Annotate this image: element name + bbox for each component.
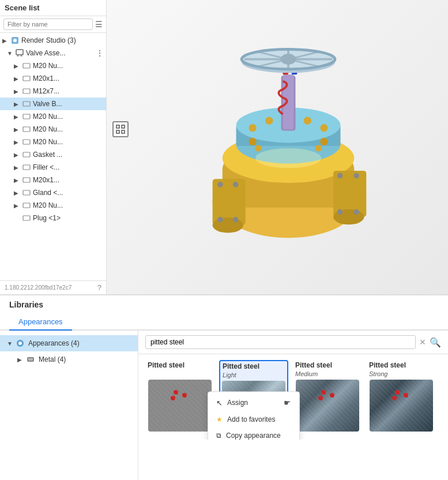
libraries-title: Libraries <box>0 295 448 314</box>
part-icon <box>22 99 31 108</box>
svg-rect-10 <box>23 127 30 132</box>
tree-item-plug[interactable]: ▶ Plug <1> <box>0 212 106 224</box>
tree-item-valve-b[interactable]: ▶ Valve B... <box>0 97 106 110</box>
svg-point-37 <box>337 209 343 215</box>
tree-item-label: Plug <1> <box>33 214 61 222</box>
tree-item-gasket[interactable]: ▶ Gasket ... <box>0 148 106 161</box>
copy-icon: ⧉ <box>216 432 221 440</box>
svg-point-27 <box>213 217 243 233</box>
lib-item-appearances-root[interactable]: ▼ Appearances (4) <box>0 335 138 351</box>
libraries-main: ✕ 🔍 Pitted steel Pitted steel Light <box>138 331 448 480</box>
tree-item-render-studio[interactable]: ▶ Render Studio (3) <box>0 34 106 47</box>
svg-point-29 <box>233 182 239 187</box>
list-view-icon[interactable]: ☰ <box>95 20 103 29</box>
appearance-item-pitted-steel-medium[interactable]: Pitted steel Medium <box>293 360 362 434</box>
context-menu-assign[interactable]: ↖ Assign ☛ <box>208 394 299 411</box>
expand-icon: ▶ <box>17 357 25 363</box>
focus-icon[interactable] <box>112 121 129 137</box>
svg-rect-14 <box>23 178 30 182</box>
menu-item-label: Assign <box>227 399 248 407</box>
tree-item-filler[interactable]: ▶ Filler <... <box>0 161 106 174</box>
context-menu-favorites[interactable]: ★ Add to favorites <box>208 411 299 427</box>
svg-point-38 <box>353 209 359 215</box>
tree-item-label: M20 Nu... <box>33 125 63 133</box>
scene-list-title: Scene list <box>0 0 106 16</box>
svg-rect-16 <box>23 203 30 208</box>
context-menu: ↖ Assign ☛ ★ Add to favorites ⧉ Copy app… <box>208 391 300 440</box>
appearance-title: Pitted steel <box>145 360 214 370</box>
tree-item-m20x1[interactable]: ▶ M20x1... <box>0 72 106 85</box>
tabs-bar: Appearances <box>0 314 448 331</box>
svg-rect-17 <box>23 216 30 220</box>
tree-item-label: M20x1... <box>33 74 59 82</box>
svg-rect-6 <box>23 76 30 81</box>
item-options-icon[interactable]: ⋮ <box>96 48 104 58</box>
appearance-title: Pitted steel <box>220 361 287 372</box>
expand-icon: ▼ <box>7 340 15 347</box>
tree-item-label: M20 Nu... <box>33 62 63 70</box>
tree-item-label: M20 Nu... <box>33 138 63 146</box>
metal-icon <box>25 354 36 365</box>
expand-icon: ▼ <box>7 50 15 57</box>
help-icon[interactable]: ? <box>97 283 101 292</box>
scene-filter-input[interactable] <box>3 18 93 30</box>
svg-rect-12 <box>23 152 30 157</box>
svg-point-31 <box>233 217 239 223</box>
scene-tree: ▶ Render Studio (3) ▼ Valve Asse... ⋮ <box>0 33 106 226</box>
svg-rect-21 <box>122 130 125 133</box>
tree-item-m20-nu-4[interactable]: ▶ M20 Nu... <box>0 136 106 148</box>
expand-icon: ▶ <box>2 38 10 44</box>
render-studio-icon <box>10 36 20 45</box>
menu-item-label: Copy appearance <box>226 432 281 440</box>
expand-icon: ▶ <box>14 76 22 82</box>
appearance-subtitle <box>145 370 214 377</box>
valve-3d-model <box>168 32 387 262</box>
part-icon <box>22 163 31 172</box>
appearance-item-pitted-steel-strong[interactable]: Pitted steel Strong <box>367 360 436 434</box>
tree-item-m20-nu-2[interactable]: ▶ M20 Nu... <box>0 110 106 123</box>
search-submit-icon[interactable]: 🔍 <box>430 337 441 348</box>
appearance-subtitle: Light <box>220 372 287 378</box>
part-icon <box>22 175 31 185</box>
svg-point-48 <box>320 138 327 145</box>
appearance-subtitle: Medium <box>293 370 362 377</box>
search-clear-icon[interactable]: ✕ <box>419 337 426 347</box>
appearance-thumbnail <box>370 380 433 432</box>
tree-item-m20-nu-5[interactable]: ▶ M20 Nu... <box>0 199 106 212</box>
tree-item-label: Valve B... <box>33 100 62 108</box>
libraries-sidebar: ▼ Appearances (4) ▶ Metal (4) <box>0 331 138 480</box>
svg-rect-20 <box>116 130 119 133</box>
appearance-item-pitted-steel[interactable]: Pitted steel <box>145 360 214 434</box>
star-icon: ★ <box>216 415 223 423</box>
tab-appearances[interactable]: Appearances <box>9 314 72 331</box>
part-icon <box>22 125 31 134</box>
tree-item-gland[interactable]: ▶ Gland <... <box>0 186 106 199</box>
tree-item-label: Render Studio (3) <box>21 36 76 44</box>
appearance-title: Pitted steel <box>367 360 436 370</box>
part-icon <box>22 137 31 147</box>
tree-item-m20x1-2[interactable]: ▶ M20x1... <box>0 174 106 186</box>
appearance-item-pitted-steel-light[interactable]: Pitted steel Light ↖ Assign ☛ ★ <box>219 360 288 434</box>
svg-point-47 <box>249 138 256 145</box>
tree-item-m20-nu-1[interactable]: ▶ M20 Nu... <box>0 59 106 72</box>
context-menu-copy[interactable]: ⧉ Copy appearance <box>208 427 299 440</box>
svg-point-50 <box>315 145 322 151</box>
svg-rect-18 <box>116 125 119 128</box>
lib-item-metal[interactable]: ▶ Metal (4) <box>0 351 138 367</box>
part-icon <box>22 188 31 197</box>
part-icon <box>22 150 31 159</box>
appearance-thumbnail <box>296 380 359 432</box>
svg-point-49 <box>255 145 261 151</box>
search-input[interactable] <box>145 335 416 349</box>
svg-point-61 <box>281 54 296 65</box>
scene-list-panel: Scene list ☰ ▶ Render Studio (3) ▼ <box>0 0 107 294</box>
svg-point-36 <box>353 173 359 179</box>
appearances-icon <box>15 338 25 348</box>
tree-item-valve-asse[interactable]: ▼ Valve Asse... ⋮ <box>0 47 106 59</box>
tree-item-m12x7[interactable]: ▶ M12x7... <box>0 85 106 97</box>
tree-item-m20-nu-3[interactable]: ▶ M20 Nu... <box>0 123 106 136</box>
tree-item-label: Valve Asse... <box>26 49 65 57</box>
svg-rect-15 <box>23 190 30 195</box>
part-icon <box>22 213 31 223</box>
viewport-3d[interactable] <box>107 0 448 294</box>
